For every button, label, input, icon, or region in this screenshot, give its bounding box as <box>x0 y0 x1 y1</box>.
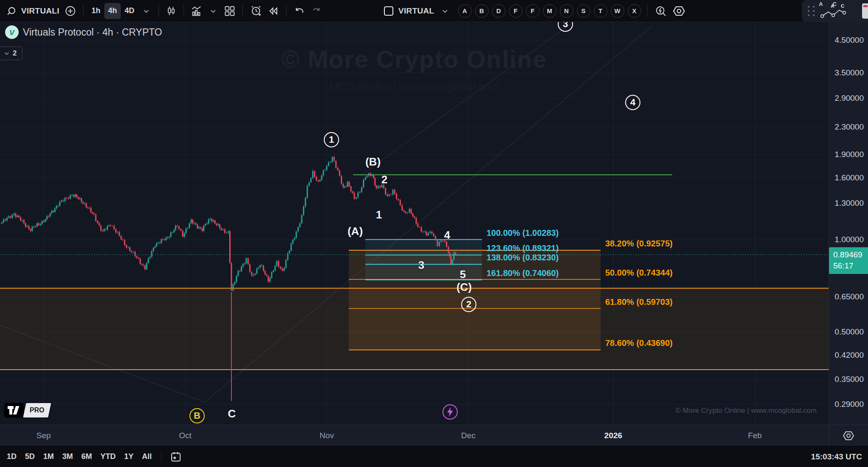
price-label: 1.30000 <box>835 199 864 208</box>
price-axis[interactable]: 4.500003.500002.900002.300001.900001.600… <box>829 22 868 425</box>
toolbar-separator <box>159 5 159 17</box>
redo-icon[interactable] <box>308 3 325 19</box>
object-tree-collapse-pill[interactable]: 2 <box>0 47 22 60</box>
alert-clock-icon[interactable] <box>247 3 265 19</box>
price-label: 0.29000 <box>835 400 864 409</box>
watchlist-chevron-icon[interactable] <box>437 3 453 19</box>
timeframe-1h[interactable]: 1h <box>88 3 104 19</box>
add-symbol-button[interactable] <box>62 3 79 19</box>
screener-lightning-icon[interactable] <box>652 3 670 19</box>
corner-letters: A C <box>819 1 841 7</box>
drag-handle-dots-icon[interactable] <box>808 6 815 16</box>
tradingview-app: VIRTUALI 1h4h4D <box>0 0 868 467</box>
cutoff-panel-sliver <box>862 3 868 19</box>
tradingview-pro-logo[interactable]: PRO <box>4 403 50 417</box>
layout-tab-badge-f-3[interactable]: F <box>509 4 523 18</box>
time-label-nov: Nov <box>320 431 334 440</box>
chevron-down-icon <box>4 50 10 56</box>
price-label: 4.50000 <box>835 36 864 45</box>
chart-pane[interactable]: © More Crypto Online MCO Global | www.mc… <box>0 22 829 425</box>
time-axis[interactable]: SepOctNovDec2026Feb <box>0 425 868 446</box>
layout-tab-badge-x-10[interactable]: X <box>628 4 641 18</box>
timeframe-4h[interactable]: 4h <box>104 3 121 19</box>
chart-style-candles-icon[interactable] <box>163 3 179 19</box>
layout-tab-badge-m-5[interactable]: M <box>543 4 556 18</box>
symbol-title[interactable]: Virtuals Protocol · 4h · CRYPTO <box>23 27 162 38</box>
range-1y[interactable]: 1Y <box>120 450 138 463</box>
layout-tab-badge-d-2[interactable]: D <box>492 4 506 18</box>
price-label: 1.00000 <box>835 235 864 244</box>
axis-settings-corner[interactable] <box>829 425 868 446</box>
layout-tab-badge-w-9[interactable]: W <box>611 4 624 18</box>
layout-tab-badge-t-8[interactable]: T <box>594 4 607 18</box>
layout-tab-badge-b-1[interactable]: B <box>475 4 489 18</box>
time-label-oct: Oct <box>179 431 192 440</box>
virtuals-protocol-logo-icon: v <box>5 25 19 39</box>
bottom-toolbar: 1D5D1M3M6MYTD1YAll 15:03:43 UTC <box>0 446 868 467</box>
price-label: 0.65000 <box>835 292 864 301</box>
range-all[interactable]: All <box>138 450 156 463</box>
toolbar-separator <box>184 5 184 17</box>
layout-tab-badge-n-6[interactable]: N <box>560 4 573 18</box>
price-label: 0.50000 <box>835 327 864 337</box>
date-range-group: 1D5D1M3M6MYTD1YAll <box>3 452 156 461</box>
toolbar-separator <box>242 5 243 17</box>
range-1m[interactable]: 1M <box>39 450 58 463</box>
range-ytd[interactable]: YTD <box>96 450 120 463</box>
price-scale-settings-hexagon-icon[interactable] <box>842 429 855 442</box>
price-label: 1.90000 <box>835 150 864 159</box>
toolbar-separator <box>647 5 648 17</box>
undo-icon[interactable] <box>291 3 308 19</box>
pro-badge: PRO <box>30 406 45 414</box>
price-label: 0.35000 <box>835 375 864 384</box>
candlestick-chart[interactable] <box>0 22 829 425</box>
indicators-icon[interactable] <box>188 3 205 19</box>
layout-tab-badge-a-0[interactable]: A <box>458 4 472 18</box>
time-label-feb: Feb <box>748 431 762 440</box>
timeframe-menu-chevron-icon[interactable] <box>138 3 154 19</box>
bar-countdown: 56:17 <box>833 260 868 272</box>
chart-credit: © More Crypto Online | www.mcoglobal.com <box>676 406 817 415</box>
toolbar-separator <box>83 5 83 17</box>
range-6m[interactable]: 6M <box>77 450 96 463</box>
layout-tab-badge-f-4[interactable]: F <box>526 4 540 18</box>
toolbar-separator <box>161 451 161 462</box>
bar-replay-icon[interactable] <box>265 3 282 19</box>
range-3m[interactable]: 3M <box>58 450 77 463</box>
time-label-sep: Sep <box>36 431 51 440</box>
price-label: 2.90000 <box>835 94 864 103</box>
symbol-search-input[interactable]: VIRTUALI <box>21 6 59 16</box>
symbol-info-row[interactable]: v Virtuals Protocol · 4h · CRYPTO <box>5 25 162 39</box>
layout-grid-icon[interactable] <box>221 3 238 19</box>
go-to-date-calendar-icon[interactable] <box>167 448 185 465</box>
svg-text:C: C <box>841 3 844 8</box>
drawing-panel-handle[interactable]: A C A C <box>802 0 868 22</box>
timeframe-4D[interactable]: 4D <box>121 3 138 19</box>
price-label: 0.42000 <box>835 351 864 360</box>
range-5d[interactable]: 5D <box>21 450 39 463</box>
last-price: 0.89469 <box>833 249 868 261</box>
hidden-drawings-count: 2 <box>13 49 17 58</box>
timeframe-group: 1h4h4D <box>88 3 138 19</box>
time-label-dec: Dec <box>461 431 476 440</box>
last-price-badge: 0.8946956:17 <box>829 247 868 274</box>
watchlist-symbol-label[interactable]: VIRTUAL <box>398 6 434 16</box>
top-toolbar: VIRTUALI 1h4h4D <box>0 0 868 22</box>
price-label: 2.30000 <box>835 122 864 132</box>
indicators-chevron-icon[interactable] <box>205 3 221 19</box>
toolbar-separator <box>286 5 287 17</box>
watchlist-flag-icon[interactable] <box>380 3 398 19</box>
symbol-search-icon[interactable] <box>4 3 20 19</box>
price-label: 3.50000 <box>835 68 864 77</box>
tradingview-mark-icon <box>4 403 24 417</box>
range-1d[interactable]: 1D <box>3 450 21 463</box>
layout-tab-badges: ABDFFMNSTWX <box>456 4 643 18</box>
price-label: 1.60000 <box>835 173 864 182</box>
settings-hexagon-icon[interactable] <box>670 3 688 19</box>
layout-tab-badge-s-7[interactable]: S <box>577 4 590 18</box>
utc-clock[interactable]: 15:03:43 UTC <box>811 452 862 461</box>
time-label-2026: 2026 <box>604 431 622 440</box>
